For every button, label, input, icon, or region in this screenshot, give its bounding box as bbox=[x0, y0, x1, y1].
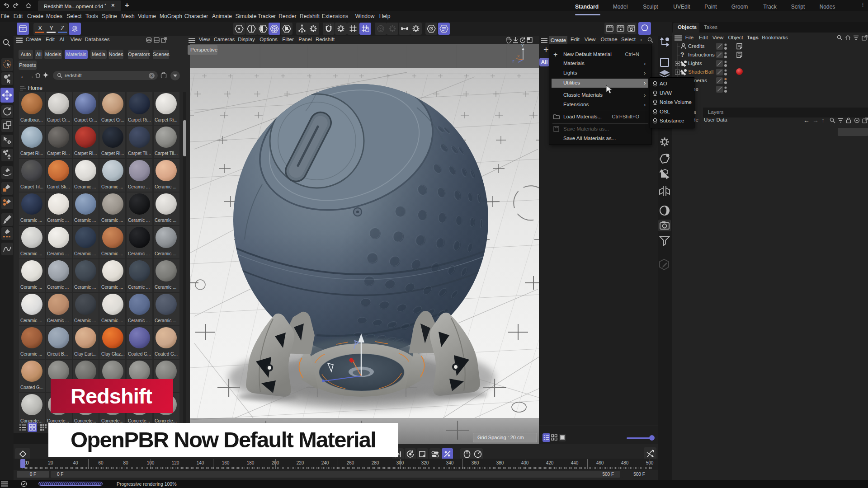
svg-text:Z: Z bbox=[512, 59, 514, 63]
svg-text:Y: Y bbox=[521, 44, 524, 48]
svg-text:X: X bbox=[517, 54, 520, 58]
